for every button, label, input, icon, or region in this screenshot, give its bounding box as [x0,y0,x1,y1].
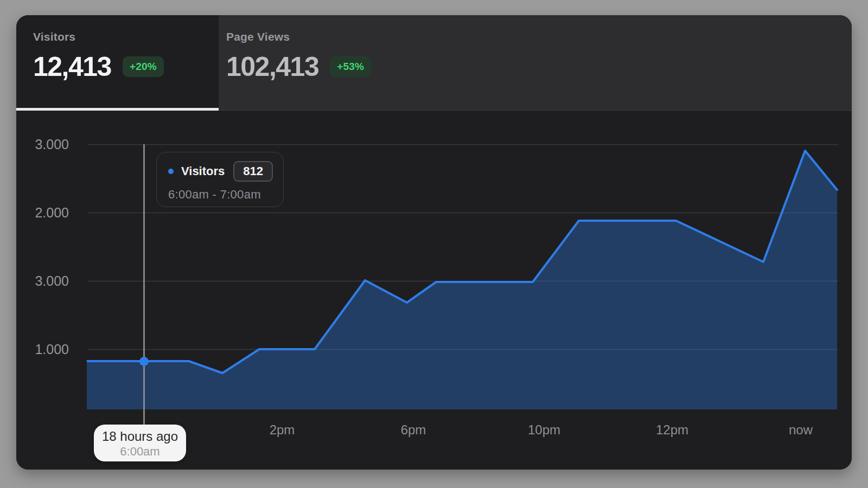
page-views-delta-badge: +53% [330,56,371,77]
tooltip-time-range: 6:00am - 7:00am [168,188,283,202]
tab-visitors-label: Visitors [33,30,219,43]
tooltip-series-label: Visitors [181,164,225,178]
y-tick-label: 1.000 [30,341,69,357]
chart-tooltip: Visitors 812 6:00am - 7:00am [156,152,284,207]
chart-area: 3.0002.0003.0001.000 Visitors 812 6:00am… [16,111,852,470]
x-tick-label: 10pm [528,422,560,438]
y-tick-label: 3.000 [30,273,69,289]
y-tick-label: 2.000 [30,204,69,221]
series-dot-icon [168,169,174,174]
metric-tabs: Visitors 12,413 +20% Page Views 102,413 … [16,15,852,111]
x-tick-label: now [789,422,813,438]
time-marker-relative: 18 hours ago [94,429,186,444]
tab-page-views[interactable]: Page Views 102,413 +53% [219,15,852,111]
tooltip-value-chip: 812 [233,161,273,182]
time-marker-time: 6:00am [94,445,186,459]
hover-point-dot [139,357,149,366]
crosshair-line [143,144,145,425]
page-views-count: 102,413 [226,51,318,82]
time-marker-pill: 18 hours ago 6:00am [94,425,186,461]
x-tick-label: 2pm [270,422,295,438]
y-tick-label: 3.000 [30,136,69,152]
visitors-count: 12,413 [33,51,111,82]
tab-page-views-label: Page Views [226,30,852,43]
x-tick-label: 12pm [656,422,688,438]
tooltip-series-row: Visitors 812 [168,161,283,182]
analytics-card: Visitors 12,413 +20% Page Views 102,413 … [16,15,852,470]
x-tick-label: 6pm [401,422,426,438]
tab-page-views-value-row: 102,413 +53% [226,51,852,82]
tab-visitors-value-row: 12,413 +20% [33,51,219,82]
tab-visitors[interactable]: Visitors 12,413 +20% [16,15,219,111]
visitors-delta-badge: +20% [123,56,164,77]
